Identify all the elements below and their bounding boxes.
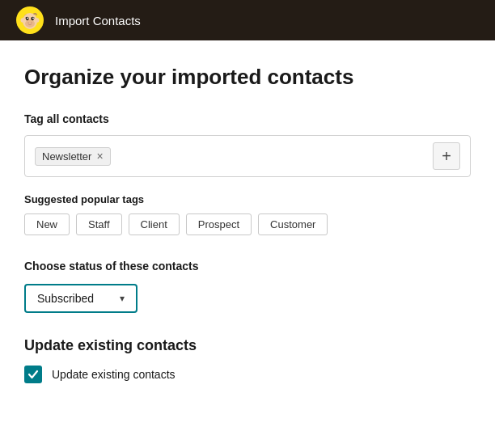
tag-section-label: Tag all contacts bbox=[24, 112, 471, 125]
update-section-title: Update existing contacts bbox=[24, 337, 471, 354]
update-section: Update existing contacts Update existing… bbox=[24, 337, 471, 383]
suggested-tag-new[interactable]: New bbox=[24, 213, 70, 235]
tag-input-area[interactable]: Newsletter × + bbox=[24, 135, 471, 177]
plus-icon: + bbox=[442, 147, 451, 166]
checkmark-icon bbox=[28, 369, 39, 380]
svg-point-10 bbox=[21, 18, 27, 23]
suggested-tag-staff[interactable]: Staff bbox=[76, 213, 122, 235]
update-existing-label: Update existing contacts bbox=[52, 368, 176, 381]
tag-chip-remove-icon[interactable]: × bbox=[96, 150, 103, 162]
svg-point-6 bbox=[27, 18, 28, 19]
chevron-down-icon: ▾ bbox=[120, 293, 125, 304]
tag-chips-container: Newsletter × bbox=[35, 147, 111, 166]
suggested-tag-prospect[interactable]: Prospect bbox=[186, 213, 252, 235]
suggested-tags-list: New Staff Client Prospect Customer bbox=[24, 213, 471, 235]
tag-chip-newsletter[interactable]: Newsletter × bbox=[35, 147, 111, 166]
svg-point-8 bbox=[28, 22, 29, 23]
page-title: Organize your imported contacts bbox=[24, 65, 471, 90]
status-dropdown[interactable]: Subscribed ▾ bbox=[24, 284, 138, 313]
app-header: 🐒 Import Contacts bbox=[0, 0, 495, 40]
tag-chip-label: Newsletter bbox=[42, 150, 91, 163]
update-existing-checkbox[interactable] bbox=[24, 366, 42, 383]
header-title: Import Contacts bbox=[55, 14, 141, 27]
status-section: Choose status of these contacts Subscrib… bbox=[24, 260, 471, 313]
status-section-label: Choose status of these contacts bbox=[24, 260, 471, 273]
svg-point-11 bbox=[34, 18, 40, 23]
update-checkbox-row: Update existing contacts bbox=[24, 366, 471, 383]
add-tag-button[interactable]: + bbox=[433, 142, 460, 170]
suggested-tags-section: Suggested popular tags New Staff Client … bbox=[24, 193, 471, 235]
svg-point-9 bbox=[31, 22, 32, 23]
suggested-tag-customer[interactable]: Customer bbox=[258, 213, 328, 235]
suggested-tags-label: Suggested popular tags bbox=[24, 193, 471, 205]
main-content: Organize your imported contacts Tag all … bbox=[0, 40, 495, 424]
status-dropdown-value: Subscribed bbox=[37, 292, 94, 305]
suggested-tag-client[interactable]: Client bbox=[129, 213, 180, 235]
svg-point-7 bbox=[32, 18, 34, 19]
mailchimp-logo: 🐒 bbox=[16, 6, 44, 34]
svg-point-3 bbox=[25, 19, 35, 27]
